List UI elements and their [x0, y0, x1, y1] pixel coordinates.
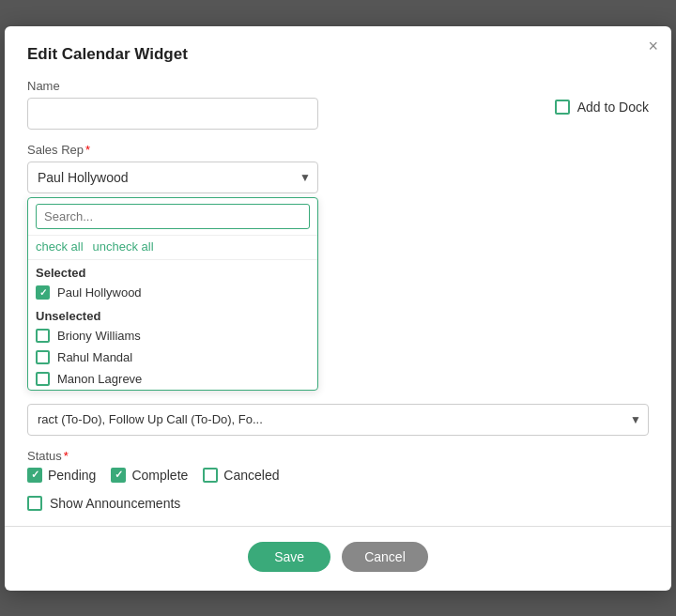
- add-to-dock-group: Add to Dock: [555, 100, 649, 115]
- status-canceled: Canceled: [203, 468, 279, 483]
- sales-rep-arrow-icon: ▼: [300, 171, 311, 184]
- canceled-checkbox[interactable]: [203, 468, 218, 483]
- dropdown-item-paul[interactable]: Paul Hollywood: [28, 282, 317, 303]
- paul-name: Paul Hollywood: [57, 285, 142, 300]
- modal-footer: Save Cancel: [27, 527, 649, 591]
- sales-rep-search-input[interactable]: [36, 204, 310, 229]
- sales-rep-selected-value: Paul Hollywood: [38, 170, 129, 185]
- sales-rep-dropdown: check all uncheck all Selected Paul Holl…: [27, 197, 318, 391]
- pending-label: Pending: [48, 468, 96, 483]
- sales-rep-label: Sales Rep*: [27, 143, 649, 157]
- save-button[interactable]: Save: [248, 542, 330, 572]
- name-label: Name: [27, 79, 536, 93]
- manon-checkbox[interactable]: [36, 372, 50, 386]
- rahul-name: Rahul Mandal: [57, 350, 132, 364]
- activities-select[interactable]: ract (To-Do), Follow Up Call (To-Do), Fo…: [27, 404, 649, 436]
- uncheck-all-button[interactable]: uncheck all: [93, 239, 154, 254]
- rahul-checkbox[interactable]: [36, 350, 50, 364]
- add-to-dock-checkbox[interactable]: [555, 100, 570, 115]
- status-complete: Complete: [111, 468, 188, 483]
- status-row: Status* Pending Complete Canceled: [27, 449, 649, 483]
- activities-arrow-icon: ▼: [630, 413, 641, 426]
- briony-checkbox[interactable]: [36, 329, 50, 343]
- cancel-button[interactable]: Cancel: [342, 542, 428, 572]
- dropdown-item-manon[interactable]: Manon Lagreve: [28, 368, 317, 390]
- activities-select-wrapper: ract (To-Do), Follow Up Call (To-Do), Fo…: [27, 404, 649, 436]
- manon-name: Manon Lagreve: [57, 372, 142, 386]
- selected-section-label: Selected: [28, 260, 317, 282]
- status-pending: Pending: [27, 468, 96, 483]
- status-checkboxes: Pending Complete Canceled: [27, 468, 649, 483]
- search-wrapper: [28, 198, 317, 236]
- activities-row: ract (To-Do), Follow Up Call (To-Do), Fo…: [27, 404, 649, 436]
- paul-checkbox[interactable]: [36, 285, 50, 300]
- modal: × Edit Calendar Widget Name Add to Dock …: [5, 26, 671, 591]
- name-row: Name Add to Dock: [27, 79, 649, 130]
- activities-value: ract (To-Do), Follow Up Call (To-Do), Fo…: [38, 412, 263, 426]
- add-to-dock-label: Add to Dock: [577, 100, 649, 115]
- name-input[interactable]: [27, 98, 318, 130]
- show-announcements-label: Show Announcements: [50, 496, 180, 511]
- modal-overlay: × Edit Calendar Widget Name Add to Dock …: [0, 0, 676, 616]
- modal-title: Edit Calendar Widget: [27, 45, 649, 64]
- sales-rep-select-wrapper: Paul Hollywood ▼: [27, 162, 318, 193]
- unselected-section-label: Unselected: [28, 303, 317, 325]
- complete-label: Complete: [131, 468, 188, 483]
- close-button[interactable]: ×: [648, 38, 658, 54]
- dropdown-item-rahul[interactable]: Rahul Mandal: [28, 346, 317, 368]
- name-group: Name: [27, 79, 536, 130]
- sales-rep-select[interactable]: Paul Hollywood ▼: [27, 162, 318, 193]
- dropdown-item-briony[interactable]: Briony Williams: [28, 325, 317, 346]
- check-links-row: check all uncheck all: [28, 236, 317, 260]
- show-announcements-row: Show Announcements: [27, 496, 649, 511]
- pending-checkbox[interactable]: [27, 468, 42, 483]
- show-announcements-checkbox[interactable]: [27, 496, 42, 511]
- sales-rep-group: Sales Rep* Paul Hollywood ▼ check all un…: [27, 143, 649, 391]
- status-label: Status*: [27, 449, 649, 463]
- briony-name: Briony Williams: [57, 329, 141, 343]
- check-all-button[interactable]: check all: [36, 239, 84, 254]
- canceled-label: Canceled: [223, 468, 279, 483]
- complete-checkbox[interactable]: [111, 468, 126, 483]
